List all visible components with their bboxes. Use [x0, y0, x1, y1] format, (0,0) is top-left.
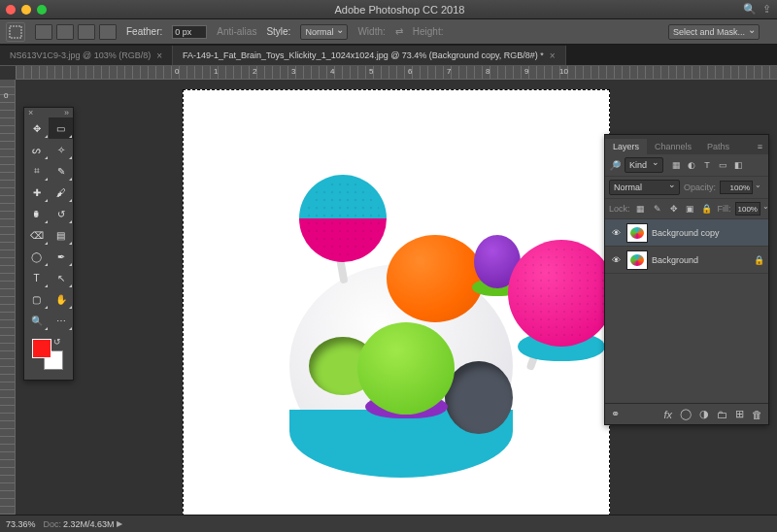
anti-alias-checkbox: Anti-alias: [217, 26, 256, 37]
path-selection-tool-icon: ↖: [57, 273, 65, 283]
delete-layer-icon[interactable]: 🗑: [752, 409, 762, 420]
fill-label: Fill:: [718, 204, 731, 214]
style-dropdown[interactable]: Normal: [300, 24, 348, 40]
feather-input[interactable]: [172, 25, 207, 39]
eyedropper-tool[interactable]: ✎: [49, 160, 73, 182]
spot-healing-tool[interactable]: ✚: [24, 182, 49, 203]
link-layers-icon[interactable]: ⚭: [611, 408, 620, 420]
close-tab-icon[interactable]: ×: [156, 50, 162, 61]
zoom-level[interactable]: 73.36%: [6, 519, 36, 529]
panel-tab-channels[interactable]: Channels: [647, 139, 699, 154]
window-controls: [6, 5, 47, 15]
status-menu-icon[interactable]: ▶: [117, 519, 122, 528]
minimize-window-button[interactable]: [21, 5, 31, 15]
lock-all-icon[interactable]: 🔒: [700, 202, 714, 216]
selection-add[interactable]: [56, 24, 74, 40]
close-window-button[interactable]: [6, 5, 16, 15]
fill-input[interactable]: 100%: [735, 202, 760, 216]
filter-smart-icon[interactable]: ◧: [731, 158, 745, 172]
lock-transparency-icon[interactable]: ▦: [634, 202, 648, 216]
layer-group-icon[interactable]: 🗀: [717, 409, 727, 420]
layer-name[interactable]: Background: [652, 255, 698, 265]
opacity-input[interactable]: 100%: [720, 181, 753, 194]
clone-stamp-tool-icon: ⧯: [34, 209, 39, 219]
edit-toolbar[interactable]: ⋯: [49, 310, 73, 331]
ruler-vertical[interactable]: 0: [0, 80, 16, 515]
tools-panel[interactable]: ×» ✥▭ᔕ✧⌗✎✚🖌⧯↺⌫▤◯✒T↖▢✋🔍⋯ ↺: [23, 107, 74, 381]
selection-subtract[interactable]: [78, 24, 95, 40]
selection-new[interactable]: [35, 24, 52, 40]
layer-row[interactable]: 👁 Background copy: [605, 219, 768, 247]
layer-filter-dropdown[interactable]: Kind: [625, 157, 663, 173]
active-tool-indicator[interactable]: [6, 22, 25, 42]
move-tool[interactable]: ✥: [24, 117, 49, 139]
filter-pixel-icon[interactable]: ▦: [669, 158, 683, 172]
document-tab[interactable]: FA-149-1_Fat_Brain_Toys_Klickity_1_1024x…: [173, 46, 566, 65]
layer-thumbnail[interactable]: [626, 223, 648, 243]
pen-tool[interactable]: ✒: [49, 246, 73, 267]
adjustment-layer-icon[interactable]: ◑: [699, 408, 709, 420]
search-icon[interactable]: 🔍: [743, 3, 757, 16]
clone-stamp-tool[interactable]: ⧯: [24, 203, 49, 224]
layer-name[interactable]: Background copy: [652, 228, 720, 238]
window-titlebar: Adobe Photoshop CC 2018 🔍 ⇪: [0, 0, 777, 19]
selection-intersect[interactable]: [99, 24, 117, 40]
document-canvas[interactable]: [183, 89, 610, 515]
ruler-horizontal[interactable]: 0 1 2 3 4 5 6 7 8 9 10: [16, 66, 777, 80]
edit-toolbar-icon: ⋯: [56, 316, 66, 326]
zoom-tool[interactable]: 🔍: [24, 310, 49, 331]
foreground-color-swatch[interactable]: [32, 339, 51, 358]
history-brush-tool-icon: ↺: [57, 209, 65, 219]
lasso-tool[interactable]: ᔕ: [24, 139, 49, 160]
rectangle-tool-icon: ▢: [32, 294, 41, 305]
lock-artboard-icon[interactable]: ▣: [684, 202, 697, 216]
spot-healing-tool-icon: ✚: [33, 187, 41, 198]
gradient-tool[interactable]: ▤: [49, 224, 73, 246]
filter-type-icon[interactable]: T: [700, 158, 714, 172]
width-label: Width:: [357, 26, 385, 37]
swap-dimensions-icon: ⇄: [395, 26, 403, 37]
hand-tool-icon: ✋: [55, 294, 67, 305]
layer-row[interactable]: 👁 Background 🔒: [605, 247, 768, 274]
history-brush-tool[interactable]: ↺: [49, 203, 73, 224]
eraser-tool[interactable]: ⌫: [24, 224, 49, 246]
swap-colors-icon[interactable]: ↺: [53, 337, 61, 347]
close-tab-icon[interactable]: ×: [550, 50, 556, 61]
brush-tool[interactable]: 🖌: [49, 182, 73, 203]
panel-tab-layers[interactable]: Layers: [605, 139, 647, 154]
style-label: Style:: [266, 26, 290, 37]
status-bar: 73.36% Doc: 2.32M/4.63M ▶: [0, 515, 777, 532]
zoom-tool-icon: 🔍: [31, 316, 43, 326]
magic-wand-tool[interactable]: ✧: [49, 139, 73, 160]
collapse-panel-icon[interactable]: »: [64, 108, 69, 117]
filter-shape-icon[interactable]: ▭: [716, 158, 729, 172]
layer-thumbnail[interactable]: [626, 250, 648, 270]
color-swatches: ↺: [24, 335, 73, 374]
crop-tool[interactable]: ⌗: [24, 160, 49, 182]
visibility-toggle-icon[interactable]: 👁: [609, 255, 623, 265]
new-layer-icon[interactable]: ⊞: [735, 408, 744, 420]
maximize-window-button[interactable]: [37, 5, 47, 15]
panel-tab-paths[interactable]: Paths: [699, 139, 737, 154]
blend-mode-dropdown[interactable]: Normal: [609, 180, 680, 195]
path-selection-tool[interactable]: ↖: [49, 267, 73, 288]
select-and-mask-button[interactable]: Select and Mask...: [668, 24, 760, 40]
document-tab[interactable]: NS613V1C9-3.jpg @ 103% (RGB/8) ×: [0, 46, 173, 65]
layer-mask-icon[interactable]: ◯: [680, 408, 692, 420]
rectangle-tool[interactable]: ▢: [24, 288, 49, 310]
visibility-toggle-icon[interactable]: 👁: [609, 228, 623, 238]
lock-image-icon[interactable]: ✎: [651, 202, 664, 216]
hand-tool[interactable]: ✋: [49, 288, 73, 310]
layers-panel[interactable]: Layers Channels Paths ≡ 🔎 Kind ▦ ◐ T ▭ ◧…: [604, 134, 769, 425]
brush-tool-icon: 🖌: [56, 187, 66, 198]
layers-list: 👁 Background copy 👁 Background 🔒: [605, 219, 768, 403]
rectangular-marquee-tool[interactable]: ▭: [49, 117, 73, 139]
close-panel-icon[interactable]: ×: [28, 108, 33, 117]
lock-position-icon[interactable]: ✥: [667, 202, 681, 216]
share-icon[interactable]: ⇪: [762, 3, 771, 16]
layer-effects-icon[interactable]: fx: [663, 409, 672, 420]
type-tool[interactable]: T: [24, 267, 49, 288]
panel-menu-icon[interactable]: ≡: [752, 139, 768, 154]
dodge-tool[interactable]: ◯: [24, 246, 49, 267]
filter-adjust-icon[interactable]: ◐: [685, 158, 698, 172]
